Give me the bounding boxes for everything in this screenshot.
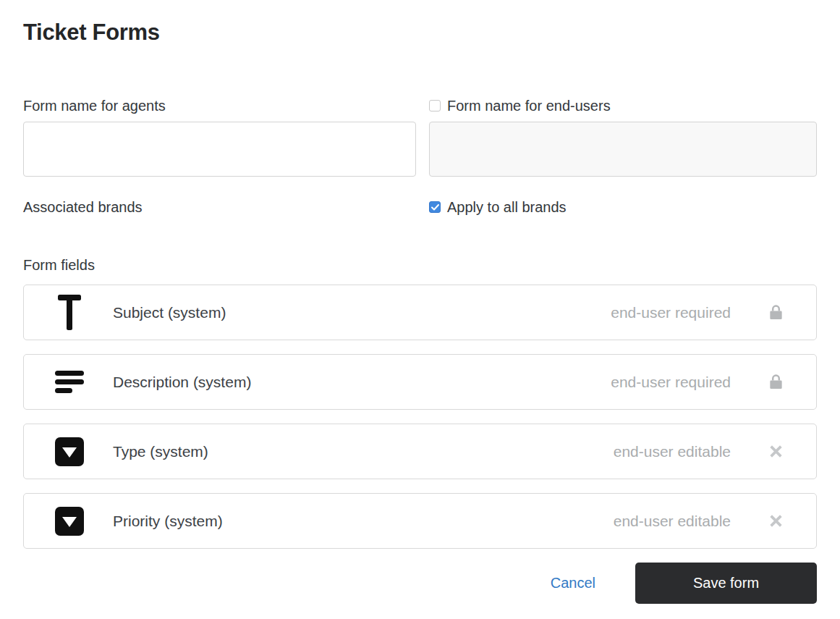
text-field-icon (55, 295, 84, 330)
brands-section: Associated brands Apply to all brands (23, 198, 817, 216)
agent-form-name-group: Form name for agents (23, 97, 416, 177)
form-field-row-description[interactable]: Description (system) end-user required (23, 354, 817, 410)
apply-all-brands-checkbox[interactable] (429, 201, 441, 213)
form-field-row-priority[interactable]: Priority (system) end-user editable (23, 493, 817, 549)
field-name: Priority (system) (113, 513, 223, 530)
associated-brands-label: Associated brands (23, 199, 143, 216)
ticket-forms-panel: Ticket Forms Form name for agents Form n… (0, 0, 840, 619)
page-title: Ticket Forms (23, 19, 817, 46)
lock-icon (767, 304, 784, 321)
form-field-row-type[interactable]: Type (system) end-user editable (23, 424, 817, 479)
dropdown-icon (55, 437, 84, 466)
remove-icon[interactable] (767, 514, 784, 528)
end-user-form-name-checkbox[interactable] (429, 100, 441, 111)
field-name: Type (system) (113, 443, 208, 460)
end-user-form-name-group: Form name for end-users (429, 97, 817, 177)
field-permission-status: end-user required (611, 304, 731, 321)
field-permission-status: end-user editable (614, 443, 731, 460)
field-permission-status: end-user editable (614, 513, 731, 530)
field-name: Subject (system) (113, 304, 226, 321)
form-name-section: Form name for agents Form name for end-u… (23, 97, 817, 177)
end-user-form-name-input[interactable] (429, 122, 817, 177)
agent-form-name-label: Form name for agents (23, 98, 166, 114)
lock-icon (767, 374, 784, 390)
agent-form-name-input[interactable] (23, 122, 416, 177)
field-name: Description (system) (113, 374, 251, 391)
save-form-button[interactable]: Save form (635, 563, 817, 604)
paragraph-icon (55, 371, 84, 393)
end-user-form-name-label: Form name for end-users (447, 98, 611, 114)
form-field-row-subject[interactable]: Subject (system) end-user required (23, 285, 817, 340)
dropdown-icon (55, 507, 84, 536)
footer-actions: Cancel Save form (23, 563, 817, 604)
apply-all-brands-label: Apply to all brands (447, 199, 567, 216)
remove-icon[interactable] (767, 445, 784, 458)
field-permission-status: end-user required (611, 374, 731, 391)
form-fields-section-label: Form fields (23, 257, 817, 274)
cancel-button[interactable]: Cancel (551, 575, 595, 591)
